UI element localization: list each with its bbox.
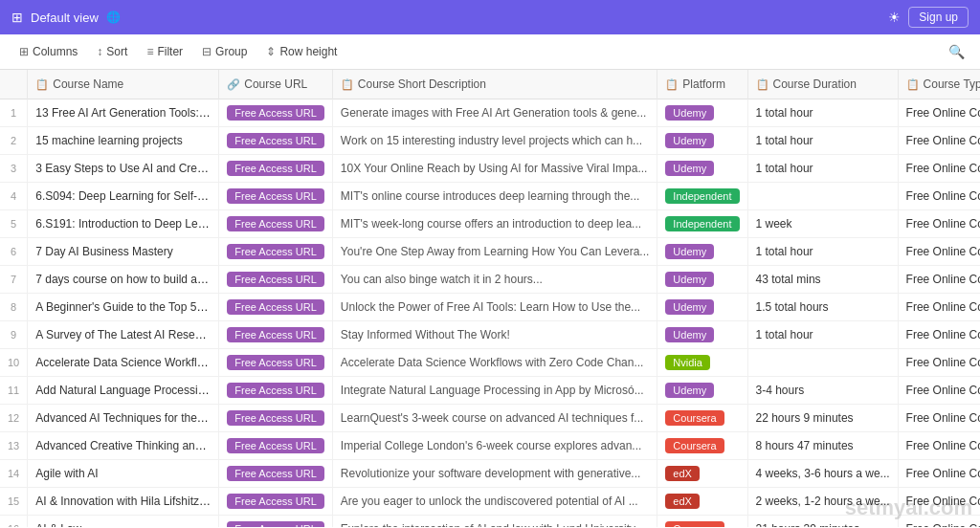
url-badge[interactable]: Free Access URL	[227, 466, 324, 481]
url-badge[interactable]: Free Access URL	[227, 521, 324, 527]
course-desc: Imperial College London's 6-week course …	[341, 439, 641, 452]
desc-cell: MIT's week-long course offers an introdu…	[332, 210, 657, 238]
course-duration: 43 total mins	[756, 273, 821, 286]
course-name-cell: AI & Innovation with Hila Lifshitz-Assaf	[28, 488, 219, 516]
duration-cell: 1 week	[747, 210, 898, 238]
url-badge[interactable]: Free Access URL	[227, 244, 324, 259]
url-badge[interactable]: Free Access URL	[227, 161, 324, 176]
columns-icon: ⊞	[19, 45, 29, 58]
platform-badge: Independent	[665, 216, 739, 231]
type-cell: Free Online Course	[898, 155, 980, 183]
col-header-type[interactable]: 📋Course Type	[898, 70, 980, 99]
course-desc: Stay Informed Without The Work!	[341, 328, 510, 341]
col-header-course-url[interactable]: 🔗Course URL	[219, 70, 333, 99]
url-badge[interactable]: Free Access URL	[227, 272, 324, 287]
course-url-cell[interactable]: Free Access URL	[219, 432, 333, 460]
row-number: 12	[0, 405, 28, 432]
duration-cell: 1 total hour	[747, 155, 898, 183]
row-number: 9	[0, 321, 28, 349]
course-url-cell[interactable]: Free Access URL	[219, 516, 333, 528]
course-name-cell: 7 Day AI Business Mastery	[28, 238, 219, 266]
platform-badge: Udemy	[665, 383, 714, 398]
table-row: 1 13 Free AI Art Generation Tools: Creat…	[0, 99, 980, 127]
url-badge[interactable]: Free Access URL	[227, 188, 324, 204]
course-url-cell[interactable]: Free Access URL	[219, 99, 333, 127]
course-url-cell[interactable]: Free Access URL	[219, 321, 333, 349]
filter-button[interactable]: ≡ Filter	[139, 41, 190, 62]
course-duration: 1 total hour	[756, 245, 813, 258]
url-badge[interactable]: Free Access URL	[227, 410, 324, 426]
col-icon-name: 📋	[35, 78, 49, 90]
platform-cell: Coursera	[657, 516, 747, 528]
url-badge[interactable]: Free Access URL	[227, 383, 324, 398]
course-url-cell[interactable]: Free Access URL	[219, 238, 333, 266]
platform-cell: Udemy	[657, 238, 747, 266]
type-cell: Free Online Course	[898, 99, 980, 127]
course-url-cell[interactable]: Free Access URL	[219, 127, 333, 155]
course-name: A Beginner's Guide to the Top 5 Modern F…	[35, 300, 219, 314]
desc-cell: You can also binge watch it in 2 hours..…	[332, 266, 657, 294]
row-height-icon: ⇕	[266, 45, 276, 58]
course-name-cell: Advanced Creative Thinking and AI: Tools…	[28, 432, 219, 460]
col-header-course-name[interactable]: 📋Course Name	[28, 70, 219, 99]
signup-button[interactable]: Sign up	[908, 7, 969, 28]
url-badge[interactable]: Free Access URL	[227, 355, 324, 370]
row-number: 13	[0, 432, 28, 460]
course-url-cell[interactable]: Free Access URL	[219, 266, 333, 294]
url-badge[interactable]: Free Access URL	[227, 105, 324, 121]
course-url-cell[interactable]: Free Access URL	[219, 183, 333, 210]
course-url-cell[interactable]: Free Access URL	[219, 460, 333, 488]
duration-cell: 43 total mins	[747, 266, 898, 294]
course-type: Free Online Course	[906, 217, 980, 231]
course-url-cell[interactable]: Free Access URL	[219, 405, 333, 432]
grid-icon: ⊞	[11, 10, 23, 25]
platform-badge: Udemy	[665, 133, 714, 148]
url-badge[interactable]: Free Access URL	[227, 133, 324, 148]
platform-cell: Coursera	[657, 405, 747, 432]
row-height-button[interactable]: ⇕ Row height	[258, 41, 345, 62]
course-desc: 10X Your Online Reach by Using AI for Ma…	[341, 162, 648, 175]
row-number: 11	[0, 377, 28, 405]
col-header-duration[interactable]: 📋Course Duration	[747, 70, 898, 99]
col-icon-type: 📋	[906, 78, 920, 90]
course-name: AI & Innovation with Hila Lifshitz-Assaf	[35, 495, 219, 508]
table-row: 13 Advanced Creative Thinking and AI: To…	[0, 432, 980, 460]
desc-cell: Stay Informed Without The Work!	[332, 321, 657, 349]
url-badge[interactable]: Free Access URL	[227, 494, 324, 509]
course-url-cell[interactable]: Free Access URL	[219, 377, 333, 405]
course-duration: 1.5 total hours	[756, 300, 829, 314]
course-url-cell[interactable]: Free Access URL	[219, 210, 333, 238]
url-badge[interactable]: Free Access URL	[227, 299, 324, 315]
duration-cell: 8 hours 47 minutes	[747, 432, 898, 460]
platform-cell: Udemy	[657, 99, 747, 127]
col-icon-platform: 📋	[665, 78, 679, 90]
course-url-cell[interactable]: Free Access URL	[219, 155, 333, 183]
platform-badge: Udemy	[665, 299, 714, 315]
course-url-cell[interactable]: Free Access URL	[219, 294, 333, 321]
course-type: Free Online Course	[906, 134, 980, 147]
course-duration: 1 total hour	[756, 134, 813, 147]
type-cell: Free Online Course	[898, 238, 980, 266]
url-badge[interactable]: Free Access URL	[227, 327, 324, 342]
group-button[interactable]: ⊟ Group	[194, 41, 255, 62]
course-name-cell: A Beginner's Guide to the Top 5 Modern F…	[28, 294, 219, 321]
table-row: 3 3 Easy Steps to Use AI and Create a Vi…	[0, 155, 980, 183]
col-header-platform[interactable]: 📋Platform	[657, 70, 747, 99]
course-desc: Explore the intersection of AI and law w…	[341, 522, 644, 527]
course-type: Free Online Course (Audit)	[906, 439, 980, 452]
course-name: 7 Day AI Business Mastery	[35, 245, 172, 258]
search-button[interactable]: 🔍	[945, 40, 969, 63]
course-type: Free Online Course	[906, 162, 980, 175]
course-url-cell[interactable]: Free Access URL	[219, 349, 333, 377]
platform-cell: Independent	[657, 183, 747, 210]
course-name: 6.S191: Introduction to Deep Learning	[35, 217, 219, 231]
platform-cell: Nvidia	[657, 349, 747, 377]
table-row: 14 Agile with AI Free Access URL Revolut…	[0, 460, 980, 488]
sort-button[interactable]: ↕ Sort	[89, 41, 135, 62]
col-header-short-desc[interactable]: 📋Course Short Description	[332, 70, 657, 99]
url-badge[interactable]: Free Access URL	[227, 216, 324, 231]
course-url-cell[interactable]: Free Access URL	[219, 488, 333, 516]
url-badge[interactable]: Free Access URL	[227, 438, 324, 453]
desc-cell: Accelerate Data Science Workflows with Z…	[332, 349, 657, 377]
columns-button[interactable]: ⊞ Columns	[11, 41, 85, 62]
